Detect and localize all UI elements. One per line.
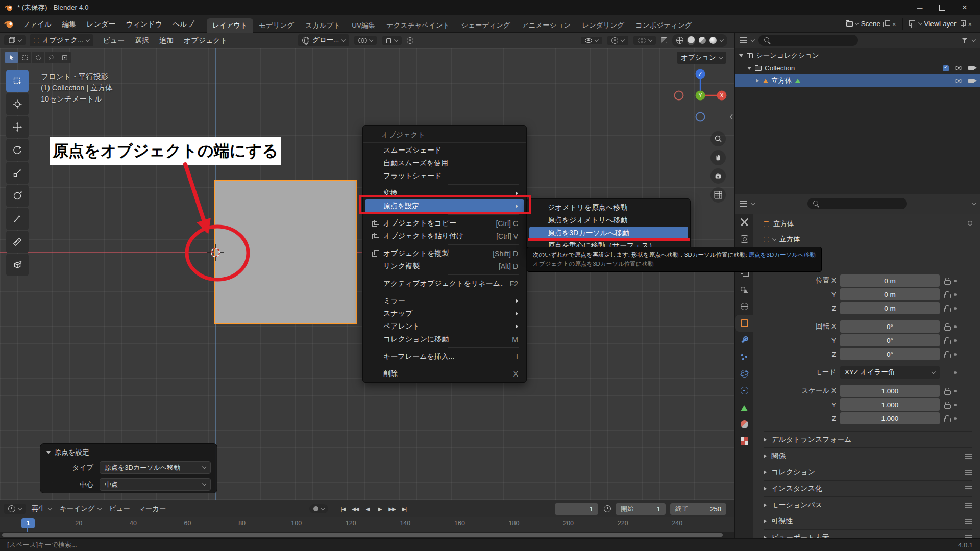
material-preview-icon[interactable] [699, 37, 706, 44]
pan-hand-button[interactable] [710, 150, 726, 165]
jump-to-end-button[interactable] [398, 503, 410, 514]
context-menu-item[interactable] [365, 290, 524, 294]
transform-value-field[interactable]: 0° [840, 348, 940, 360]
timeline-menu-item[interactable]: キーイング [56, 500, 105, 517]
tool-options-dropdown[interactable]: オプション [677, 52, 726, 64]
proportional-editing-icon[interactable] [407, 37, 413, 44]
animate-dot-icon[interactable] [954, 353, 957, 356]
workspace-tab[interactable]: アニメーション [516, 18, 576, 33]
collapsed-section-header[interactable]: ビューポート表示 [764, 529, 972, 538]
pivot-point-dropdown[interactable] [354, 36, 377, 45]
zoom-button[interactable] [710, 131, 726, 146]
select-tweak-button[interactable] [5, 52, 18, 63]
context-menu-item[interactable]: 削除 X [365, 367, 524, 380]
workspace-tab[interactable]: コンポジティング [630, 18, 698, 33]
tool-add-cube[interactable] [6, 254, 29, 276]
lock-icon[interactable] [944, 278, 950, 284]
timeline-scrollbar[interactable] [0, 532, 734, 538]
transform-value-field[interactable]: 1.000 [840, 385, 940, 397]
new-scene-icon[interactable] [883, 20, 890, 27]
workspace-tab[interactable]: テクスチャペイント [381, 18, 455, 33]
tab-modifiers[interactable] [735, 332, 753, 348]
lock-icon[interactable] [944, 402, 950, 408]
select-lasso-button[interactable] [45, 52, 58, 63]
tool-transform[interactable] [6, 185, 29, 207]
tab-world[interactable] [735, 298, 753, 315]
solid-shading-active[interactable] [687, 36, 695, 45]
lock-icon[interactable] [944, 351, 950, 357]
tool-move[interactable] [6, 116, 29, 138]
expander[interactable] [754, 79, 760, 83]
tab-scene[interactable] [735, 281, 753, 298]
transform-value-field[interactable]: XYZ オイラー角 [840, 366, 940, 379]
lock-icon[interactable] [944, 415, 950, 421]
menubar-item[interactable]: ファイル [17, 15, 57, 33]
workspace-tab[interactable]: シェーディング [455, 18, 516, 33]
pin-icon[interactable] [967, 221, 972, 228]
blender-menu-button[interactable] [0, 19, 17, 29]
outliner-row[interactable]: シーンコレクション [735, 49, 980, 62]
navigation-gizmo[interactable]: Z X Y [672, 67, 729, 124]
context-menu-item[interactable]: オブジェクトをコピー [Ctrl] C [365, 217, 524, 230]
tool-rotate[interactable] [6, 139, 29, 161]
timeline-editor-type-button[interactable] [4, 504, 26, 514]
submenu-item[interactable]: ジオメトリを原点へ移動 [529, 201, 688, 214]
camera-view-button[interactable] [710, 168, 726, 184]
exclude-checkbox[interactable] [943, 65, 949, 71]
new-viewlayer-icon[interactable] [959, 20, 965, 27]
context-menu-item[interactable]: ペアレント [365, 320, 524, 333]
tool-annotate[interactable] [6, 208, 29, 230]
sidebar-collapse-icon[interactable] [729, 114, 733, 121]
play-reverse-button[interactable] [361, 503, 374, 514]
hide-eye-icon[interactable] [955, 79, 962, 83]
context-menu-item[interactable]: コレクションに移動 M [365, 333, 524, 345]
gizmos-dropdown[interactable] [607, 36, 628, 45]
tab-tool[interactable] [735, 214, 753, 231]
object-visibility-dropdown[interactable] [581, 37, 602, 44]
overlays-dropdown[interactable] [633, 36, 656, 45]
transform-value-field[interactable]: 1.000 [840, 412, 940, 424]
close-button[interactable] [953, 0, 976, 15]
disable-render-icon[interactable] [968, 66, 974, 70]
workspace-tab[interactable]: レンダリング [576, 18, 630, 33]
transform-value-field[interactable]: 0 m [840, 288, 940, 300]
tab-render[interactable] [735, 231, 753, 247]
viewlayer-selector[interactable]: ViewLayer [906, 18, 975, 30]
operator-panel-header[interactable]: 原点を設定 [46, 448, 211, 457]
current-frame-field[interactable]: 1 [555, 503, 598, 515]
jump-to-start-button[interactable] [337, 503, 349, 514]
collapsed-section-header[interactable]: デルタトランスフォーム [764, 431, 972, 447]
tab-material[interactable] [735, 416, 753, 433]
transform-orientation-dropdown[interactable]: グロ一... [298, 34, 349, 46]
context-menu-item[interactable]: アクティブオブジェクトをリネーム... F2 [365, 277, 524, 290]
editor-type-button[interactable] [4, 35, 26, 45]
context-menu-item[interactable]: フラットシェード [365, 169, 524, 182]
center-dropdown[interactable]: 中点 [100, 478, 211, 491]
frame-end-field[interactable]: 終了250 [670, 503, 726, 515]
workspace-tab[interactable]: モデリング [253, 18, 300, 33]
collapsed-section-header[interactable]: モーションパス [764, 496, 972, 513]
playhead-marker[interactable]: 1 [21, 518, 35, 528]
tab-data[interactable] [735, 399, 753, 416]
transform-value-field[interactable]: 0 m [840, 274, 940, 287]
context-menu-item[interactable]: オブジェクトを複製 [Shift] D [365, 247, 524, 260]
lock-icon[interactable] [944, 388, 950, 394]
maximize-button[interactable] [931, 0, 953, 15]
context-menu-item[interactable]: リンク複製 [Alt] D [365, 260, 524, 272]
menubar-item[interactable]: 編集 [57, 15, 81, 33]
menubar-item[interactable]: ヘルプ [167, 15, 200, 33]
context-menu-item[interactable]: スムーズシェード [365, 144, 524, 157]
outliner-row[interactable]: 立方体 [735, 74, 980, 87]
play-button[interactable] [374, 503, 386, 514]
tool-scale[interactable] [6, 162, 29, 184]
viewport-menu-item[interactable]: ビュー [97, 33, 130, 48]
animate-dot-icon[interactable] [954, 293, 957, 296]
xray-toggle-icon[interactable] [661, 37, 667, 43]
viewport-menu-item[interactable]: オブジェクト [179, 33, 233, 48]
context-menu-item[interactable] [365, 363, 524, 367]
properties-search-input[interactable] [807, 198, 907, 209]
disable-render-icon[interactable] [968, 79, 974, 83]
select-box-button[interactable] [18, 52, 31, 63]
rendered-shading-icon[interactable] [709, 37, 717, 44]
animate-dot-icon[interactable] [954, 307, 957, 310]
